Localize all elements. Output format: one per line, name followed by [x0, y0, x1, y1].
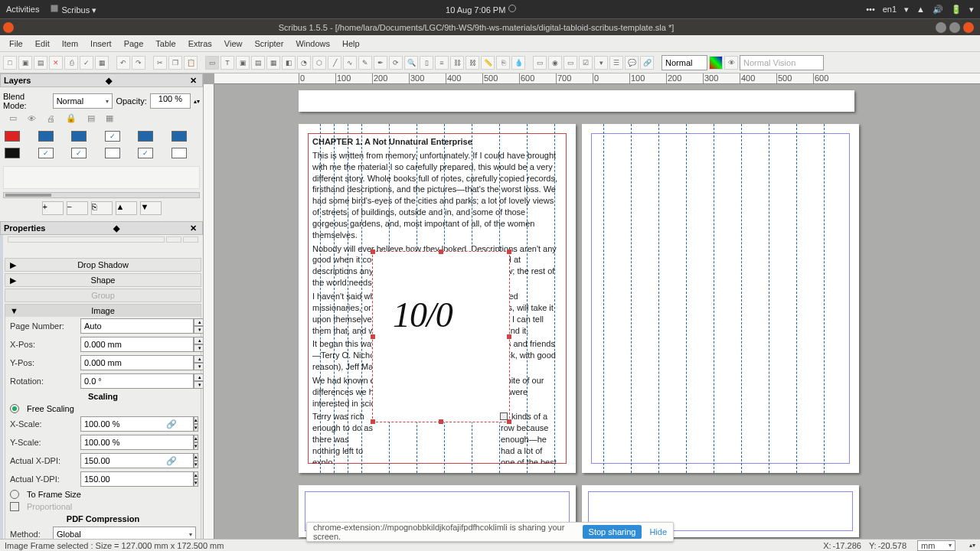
- preview-icon[interactable]: 👁: [724, 56, 738, 70]
- pdf-icon[interactable]: ▦: [95, 56, 109, 70]
- properties-shade-icon[interactable]: ◆: [113, 223, 122, 233]
- page-right[interactable]: [582, 124, 859, 473]
- layer-down-button[interactable]: ▼: [140, 201, 162, 215]
- copy-props-icon[interactable]: ⎘: [496, 56, 510, 70]
- redo-icon[interactable]: ↷: [132, 56, 145, 70]
- yscale-input[interactable]: ▴▾: [80, 435, 157, 450]
- power-icon[interactable]: ▾: [969, 5, 974, 15]
- menu-insert[interactable]: Insert: [84, 37, 118, 50]
- tray-dots-icon[interactable]: •••: [866, 5, 875, 14]
- measure-tool-icon[interactable]: 📏: [481, 56, 495, 70]
- line-tool-icon[interactable]: ╱: [328, 56, 341, 70]
- layer-remove-button[interactable]: −: [67, 201, 88, 215]
- layers-close-icon[interactable]: ✕: [190, 76, 199, 85]
- pdf-radio-icon[interactable]: ◉: [548, 56, 562, 70]
- link-frames-icon[interactable]: ⛓: [450, 56, 464, 70]
- menu-scripter[interactable]: Scripter: [248, 37, 289, 50]
- window-close-button-2[interactable]: [963, 22, 974, 33]
- save-icon[interactable]: ▤: [34, 56, 47, 70]
- shape-tool-icon[interactable]: ◧: [282, 56, 296, 70]
- menu-extras[interactable]: Extras: [182, 37, 218, 50]
- window-maximize-button[interactable]: [949, 22, 960, 33]
- scale-link-icon[interactable]: 🔗: [166, 419, 177, 429]
- blend-mode-select[interactable]: Normal: [53, 93, 113, 109]
- cut-icon[interactable]: ✂: [153, 56, 167, 70]
- menu-help[interactable]: Help: [336, 37, 366, 50]
- paste-icon[interactable]: 📋: [184, 56, 198, 70]
- hide-sharing-button[interactable]: Hide: [649, 527, 667, 536]
- pdf-button-icon[interactable]: ▭: [533, 56, 547, 70]
- ypos-input[interactable]: ▴▾: [80, 355, 203, 370]
- menu-file[interactable]: File: [3, 37, 29, 50]
- section-drop-shadow[interactable]: ▶Drop Shadow: [5, 259, 201, 271]
- section-shape[interactable]: ▶Shape: [5, 274, 201, 286]
- frame-overflow-icon[interactable]: [500, 412, 508, 420]
- method-select[interactable]: Global: [53, 527, 196, 539]
- menu-item[interactable]: Item: [56, 37, 84, 50]
- pdf-combo-icon[interactable]: ▾: [594, 56, 608, 70]
- menu-table[interactable]: Table: [149, 37, 181, 50]
- unlink-frames-icon[interactable]: ⛓̷: [466, 56, 479, 70]
- page-left[interactable]: CHAPTER 1. A Not Unnatural Enterprise Th…: [299, 124, 576, 473]
- story-editor-icon[interactable]: ≡: [435, 56, 449, 70]
- bezier-tool-icon[interactable]: ∿: [343, 56, 357, 70]
- pdf-check-icon[interactable]: ☑: [579, 56, 593, 70]
- preview-mode-select[interactable]: Normal: [662, 55, 707, 70]
- layers-panel-header[interactable]: Layers ◆ ✕: [0, 73, 203, 87]
- table-tool-icon[interactable]: ▦: [266, 56, 280, 70]
- battery-icon[interactable]: 🔋: [951, 5, 962, 15]
- selected-image-frame[interactable]: 10/0: [372, 251, 510, 422]
- undo-icon[interactable]: ↶: [116, 56, 130, 70]
- opacity-spin-icon[interactable]: ▴▾: [194, 98, 200, 105]
- xpos-input[interactable]: ▴▾: [80, 337, 203, 352]
- unit-select[interactable]: mm: [917, 540, 956, 551]
- image-frame-icon[interactable]: ▣: [236, 56, 250, 70]
- cms-toggle-icon[interactable]: [709, 56, 723, 70]
- print-icon[interactable]: ⎙: [64, 56, 78, 70]
- properties-close-icon[interactable]: ✕: [190, 223, 199, 233]
- window-close-button[interactable]: [3, 22, 14, 33]
- text-frame-icon[interactable]: T: [220, 56, 234, 70]
- select-tool-icon[interactable]: ▭: [205, 56, 219, 70]
- opacity-input[interactable]: 100 %: [150, 93, 191, 109]
- eyedropper-icon[interactable]: 💧: [511, 56, 525, 70]
- freehand-tool-icon[interactable]: ✎: [358, 56, 372, 70]
- xdpi-input[interactable]: ▴▾: [80, 453, 157, 468]
- document-canvas[interactable]: CHAPTER 1. A Not Unnatural Enterprise Th…: [214, 84, 980, 539]
- rotation-input[interactable]: ▴▾: [80, 373, 203, 389]
- ruler-horizontal[interactable]: 0 100 200 300 400 500 600 700 0 100 200 …: [214, 73, 980, 84]
- layer-add-button[interactable]: +: [42, 201, 64, 215]
- properties-panel-header[interactable]: Properties ◆ ✕: [0, 221, 203, 235]
- volume-icon[interactable]: 🔊: [933, 5, 943, 15]
- status-spin-icon[interactable]: ▴▾: [969, 542, 975, 549]
- rotate-tool-icon[interactable]: ⟳: [389, 56, 403, 70]
- app-menu[interactable]: Scribus ▾: [50, 4, 96, 15]
- new-icon[interactable]: □: [3, 56, 17, 70]
- pdf-list-icon[interactable]: ☰: [609, 56, 623, 70]
- clock[interactable]: 10 Aug 7:06 PM: [96, 4, 866, 15]
- edit-content-icon[interactable]: ▯: [420, 56, 433, 70]
- menu-page[interactable]: Page: [118, 37, 150, 50]
- preflight-icon[interactable]: ✓: [80, 56, 93, 70]
- render-frame-icon[interactable]: ▤: [251, 56, 265, 70]
- lang-indicator[interactable]: en1: [883, 5, 897, 14]
- arc-tool-icon[interactable]: ◔: [297, 56, 311, 70]
- menu-view[interactable]: View: [218, 37, 249, 50]
- section-image[interactable]: ▼Image: [5, 305, 201, 317]
- layers-grid[interactable]: [3, 126, 200, 163]
- close-icon[interactable]: ✕: [49, 56, 63, 70]
- copy-icon[interactable]: ❐: [168, 56, 182, 70]
- ruler-vertical[interactable]: [204, 84, 214, 539]
- layers-shade-icon[interactable]: ◆: [106, 76, 115, 85]
- ydpi-input[interactable]: ▴▾: [80, 471, 157, 487]
- page-number-input[interactable]: ▴▾: [80, 318, 203, 334]
- xscale-input[interactable]: ▴▾: [80, 416, 157, 432]
- menu-windows[interactable]: Windows: [289, 37, 336, 50]
- pdf-text-icon[interactable]: ▭: [564, 56, 577, 70]
- polygon-tool-icon[interactable]: ⬡: [312, 56, 326, 70]
- menu-edit[interactable]: Edit: [29, 37, 56, 50]
- to-frame-radio[interactable]: [10, 490, 19, 499]
- pdf-link-icon[interactable]: 🔗: [640, 56, 654, 70]
- free-scaling-radio[interactable]: [10, 404, 19, 413]
- open-icon[interactable]: ▣: [18, 56, 32, 70]
